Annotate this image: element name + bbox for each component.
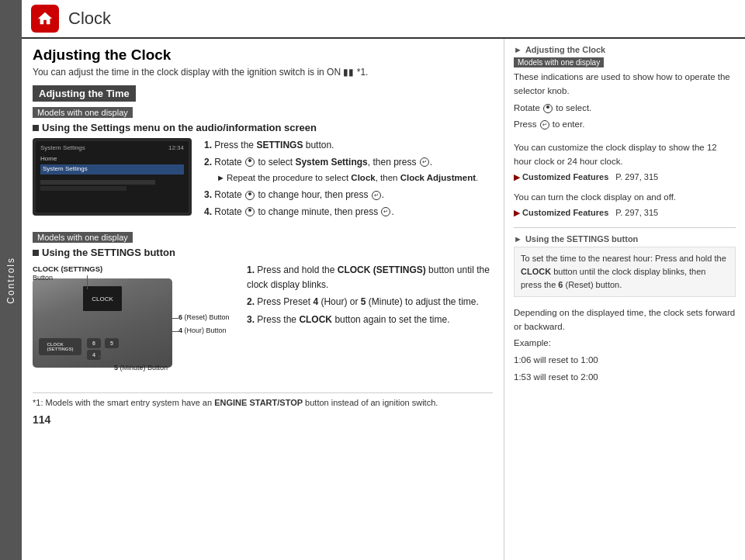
steps-list-1: 1. Press the SETTINGS button. 2. Rotate … — [204, 138, 478, 219]
main-content: Clock Adjusting the Clock You can adjust… — [22, 0, 745, 560]
speaker-grille — [143, 285, 166, 295]
info-box: To set the time to the nearest hour: Pre… — [514, 247, 736, 297]
knob-icon-2 — [245, 191, 255, 200]
right-example1: 1:06 will reset to 1:00 — [514, 354, 736, 368]
spacer-2 — [514, 185, 736, 191]
header-title: Clock — [68, 9, 111, 29]
enter-icon-3: ↵ — [381, 207, 390, 216]
knob-icon-r1 — [543, 104, 553, 113]
btn-4: 4 — [87, 350, 101, 360]
page-header: Clock — [22, 0, 745, 39]
step-1-2: 2. Rotate to select System Settings, the… — [204, 155, 478, 170]
line-minute — [99, 356, 114, 357]
book-icon-2: ▶ — [514, 208, 520, 218]
bullet-1 — [33, 125, 39, 131]
right-header-label-2: Using the SETTINGS button — [525, 234, 638, 244]
right-press: Press ↵ to enter. — [514, 118, 736, 132]
footnote: *1: Models with the smart entry system h… — [33, 392, 493, 407]
right-info-text: Depending on the displayed time, the clo… — [514, 306, 736, 334]
right-link2-label: Customized Features — [522, 208, 608, 217]
subsection-title-2: Using the SETTINGS button — [33, 247, 493, 258]
right-rotate: Rotate to select. — [514, 102, 736, 116]
bullet-2 — [33, 250, 39, 256]
content-area: Adjusting the Clock You can adjust the t… — [22, 39, 745, 560]
callout-reset-label: 6 (Reset) Button — [178, 313, 230, 321]
callout-hour-label: 4 (Hour) Button — [178, 327, 227, 334]
subsection-label-2: Using the SETTINGS button — [42, 247, 175, 258]
screen-time: 12:34 — [168, 144, 184, 151]
subsection2-layout: CLOCK CLOCK(SETTINGS) 6 4 5 — [33, 263, 493, 382]
dashboard-image: CLOCK CLOCK(SETTINGS) 6 4 5 — [33, 278, 172, 368]
right-link2-page: P. 297, 315 — [615, 208, 658, 217]
subsection1-layout: System Settings 12:34 Home System Settin… — [33, 138, 493, 225]
clock-settings-btn: CLOCK(SETTINGS) — [39, 338, 81, 355]
right-divider — [514, 227, 736, 228]
right-onoff-text: You can turn the clock display on and of… — [514, 191, 736, 205]
enter-icon-1: ↵ — [420, 157, 429, 167]
callout-clock-label: CLOCK (SETTINGS) — [33, 264, 102, 273]
steps-list-2: 1. Press and hold the CLOCK (SETTINGS) b… — [247, 263, 493, 327]
steps-container-1: 1. Press the SETTINGS button. 2. Rotate … — [201, 138, 478, 225]
right-header-2: ► Using the SETTINGS button — [514, 234, 736, 244]
home-icon — [31, 5, 59, 33]
right-link-1: ▶ Customized Features P. 297, 315 — [514, 172, 736, 182]
menu-item-selected: System Settings — [40, 164, 184, 175]
dashboard-callout: CLOCK CLOCK(SETTINGS) 6 4 5 — [33, 263, 234, 375]
page-subtitle: You can adjust the time in the clock dis… — [33, 67, 493, 78]
btn-6: 6 — [87, 338, 101, 348]
info-triangle-2: ► — [514, 234, 522, 244]
callout-minute-label: 5 (Minute) Button — [114, 364, 168, 372]
screen-menu-items: Home System Settings — [40, 154, 184, 191]
step-1-1: 1. Press the SETTINGS button. — [204, 138, 478, 153]
screen-inner: System Settings 12:34 Home System Settin… — [36, 141, 189, 213]
subsection-settings-button: Models with one display Using the SETTIN… — [33, 231, 493, 382]
models-badge-2: Models with one display — [33, 232, 133, 243]
left-column: Adjusting the Clock You can adjust the t… — [22, 39, 504, 560]
right-section-adjusting: ► Adjusting the Clock Models with one di… — [514, 45, 736, 218]
section-heading: Adjusting the Time — [33, 85, 136, 102]
right-example-label: Example: — [514, 337, 736, 351]
step-2-2: 2. Press Preset 4 (Hour) or 5 (Minute) t… — [247, 295, 493, 309]
subsection-title-1: Using the Settings menu on the audio/inf… — [33, 122, 493, 133]
right-models-badge: Models with one display — [514, 57, 604, 67]
right-section-settings: ► Using the SETTINGS button To set the t… — [514, 234, 736, 385]
right-header-label-1: Adjusting the Clock — [525, 45, 605, 54]
step-2-1: 1. Press and hold the CLOCK (SETTINGS) b… — [247, 263, 493, 292]
subsection-label-1: Using the Settings menu on the audio/inf… — [42, 122, 317, 133]
callout-clock-sub: Button — [33, 274, 53, 282]
adjusting-time-section: Adjusting the Time Models with one displ… — [33, 85, 493, 382]
right-link1-page: P. 297, 315 — [615, 172, 658, 181]
line-reset — [172, 318, 178, 319]
models-badge-1: Models with one display — [33, 107, 133, 118]
right-header-1: ► Adjusting the Clock — [514, 45, 736, 54]
step-1-4: 4. Rotate to change minute, then press ↵… — [204, 205, 478, 220]
page-number: 114 — [33, 413, 493, 426]
right-intro: These indications are used to show how t… — [514, 71, 736, 99]
menu-item-blank1 — [40, 175, 184, 179]
step-1-3: 3. Rotate to change hour, then press ↵. — [204, 188, 478, 202]
step-2-3: 3. Press the CLOCK button again to set t… — [247, 313, 493, 327]
info-triangle-1: ► — [514, 45, 522, 54]
step-1-arrow: ►Repeat the procedure to select Clock, t… — [217, 171, 478, 185]
screen-image: System Settings 12:34 Home System Settin… — [33, 138, 192, 216]
right-link1-label: Customized Features — [522, 172, 608, 181]
enter-icon-2: ↵ — [372, 191, 381, 200]
enter-icon-r1: ↵ — [540, 120, 549, 130]
sidebar: Controls — [0, 0, 22, 560]
menu-item-home: Home — [40, 154, 184, 164]
menu-item-blank2 — [40, 180, 155, 185]
page-title: Adjusting the Clock — [33, 47, 493, 64]
line-hour — [172, 331, 178, 332]
callout-line-clock — [87, 275, 88, 289]
home-svg — [36, 10, 54, 27]
sidebar-label: Controls — [5, 257, 16, 304]
screen-label: System Settings — [40, 144, 85, 151]
right-column: ► Adjusting the Clock Models with one di… — [504, 39, 745, 560]
clock-display: CLOCK — [83, 286, 122, 311]
menu-item-blank3 — [40, 186, 126, 191]
spacer-1 — [514, 135, 736, 141]
subsection-settings-menu: Models with one display Using the Settin… — [33, 106, 493, 225]
btn-5: 5 — [105, 338, 119, 348]
knob-icon-3 — [245, 207, 255, 216]
right-customize-text: You can customize the clock display to s… — [514, 141, 736, 169]
